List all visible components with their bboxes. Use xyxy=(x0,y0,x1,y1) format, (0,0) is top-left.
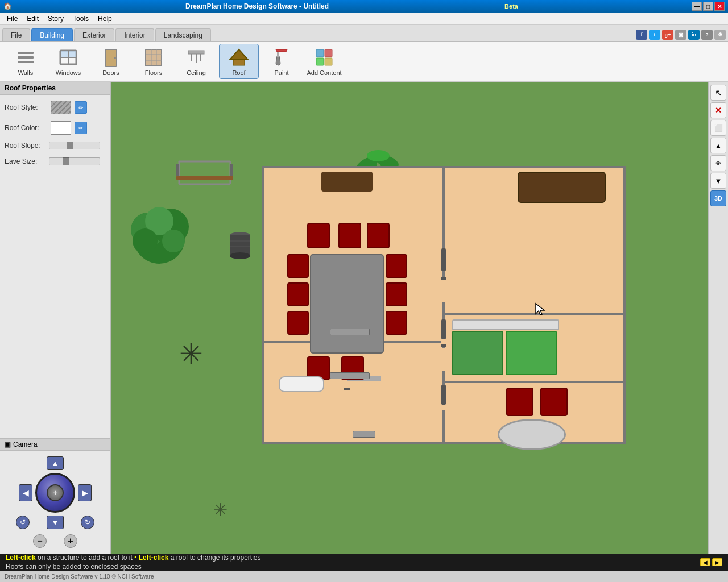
social-twitter[interactable]: t xyxy=(649,30,660,40)
tab-building[interactable]: Building xyxy=(31,28,73,41)
slope-slider[interactable] xyxy=(49,142,100,149)
minimize-button[interactable]: — xyxy=(692,2,702,11)
maximize-button[interactable]: □ xyxy=(703,2,713,11)
menu-help[interactable]: Help xyxy=(93,14,117,24)
tabbar: File Building Exterior Interior Landscap… xyxy=(0,25,728,42)
toolbar: Walls Windows Doors xyxy=(0,42,728,82)
svg-rect-7 xyxy=(69,51,76,57)
outdoor-star-decor: ✳ xyxy=(179,338,203,371)
coffee-table xyxy=(498,419,566,450)
footer-text: DreamPlan Home Design Software v 1.10 © … xyxy=(5,573,154,580)
tool-doors[interactable]: Doors xyxy=(91,44,131,79)
chair-top-1 xyxy=(307,223,330,248)
house-floorplan[interactable] xyxy=(262,166,626,444)
rt-view-button[interactable]: 👁 xyxy=(710,155,726,171)
social-icons: f t g+ ▣ in ? ⚙ xyxy=(636,30,726,41)
camera-wheel[interactable]: ✛ xyxy=(35,473,75,513)
status-nav-buttons: ◀ ▶ xyxy=(700,558,722,566)
rt-close-button[interactable]: ✕ xyxy=(710,102,726,118)
chair-left-1 xyxy=(287,254,309,278)
ceiling-icon xyxy=(186,47,206,68)
titlebar-controls: — □ ✕ xyxy=(692,2,725,11)
menubar: File Edit Story Tools Help xyxy=(0,13,728,25)
nav-prev-button[interactable]: ◀ xyxy=(700,558,710,566)
camera-collapse-icon[interactable]: ▣ xyxy=(5,440,11,448)
camera-down-button[interactable]: ▼ xyxy=(47,516,64,529)
svg-rect-21 xyxy=(277,52,279,57)
camera-left-button[interactable]: ◀ xyxy=(19,484,32,501)
camera-up-button[interactable]: ▲ xyxy=(47,456,64,470)
nav-next-button[interactable]: ▶ xyxy=(712,558,722,566)
tool-walls[interactable]: Walls xyxy=(6,44,46,79)
chair-top-2 xyxy=(338,223,361,248)
tab-interior[interactable]: Interior xyxy=(115,28,154,41)
canvas-area[interactable]: ✳ xyxy=(111,82,708,554)
roof-color-edit-button[interactable]: ✏ xyxy=(75,122,87,134)
left-panel: Roof Properties Roof Style: ✏ Roof Color… xyxy=(0,82,111,554)
footer: DreamPlan Home Design Software v 1.10 © … xyxy=(0,571,728,582)
status-text-2: a roof to change its properties xyxy=(171,554,261,562)
tool-roof[interactable]: Roof xyxy=(219,44,259,79)
roof-color-swatch[interactable] xyxy=(51,121,71,135)
rt-copy-button[interactable]: ⬜ xyxy=(710,120,726,136)
door-right-middle xyxy=(441,319,446,339)
status-highlight-1: Left-click xyxy=(6,554,36,562)
tab-file[interactable]: File xyxy=(2,28,30,41)
rt-up-button[interactable]: ▲ xyxy=(710,138,726,153)
ceiling-label: Ceiling xyxy=(187,69,206,76)
camera-center: ✛ xyxy=(47,484,64,501)
roof-style-edit-button[interactable]: ✏ xyxy=(75,101,87,114)
chair-right-3 xyxy=(386,311,407,335)
social-help[interactable]: ? xyxy=(701,30,713,40)
zoom-in-button[interactable]: + xyxy=(64,534,77,548)
rt-3d-button[interactable]: 3D xyxy=(710,190,726,206)
close-button[interactable]: ✕ xyxy=(714,2,725,11)
tool-add-content[interactable]: Add Content xyxy=(304,44,344,79)
tab-exterior[interactable]: Exterior xyxy=(74,28,114,41)
tool-paint[interactable]: Paint xyxy=(262,44,301,79)
panel-header: Roof Properties xyxy=(0,82,110,95)
chair-left-3 xyxy=(287,311,309,335)
rt-down-button[interactable]: ▼ xyxy=(710,173,726,189)
social-facebook[interactable]: f xyxy=(636,30,647,40)
menu-file[interactable]: File xyxy=(2,14,22,24)
tool-windows[interactable]: Windows xyxy=(48,44,88,79)
status-highlight-2: Left-click xyxy=(139,554,169,562)
menu-tools[interactable]: Tools xyxy=(68,14,93,24)
roof-color-label: Roof Color: xyxy=(5,124,47,132)
social-share1[interactable]: ▣ xyxy=(675,30,686,40)
social-linkedin[interactable]: in xyxy=(688,30,700,40)
camera-panel: ▣ Camera ▲ ◀ ✛ xyxy=(0,438,110,554)
camera-rotate-right-button[interactable]: ↻ xyxy=(81,516,94,529)
bed-green xyxy=(452,319,559,376)
status-text-3: Roofs can only be added to enclosed spac… xyxy=(6,563,142,571)
app-icon: 🏠 xyxy=(3,2,12,10)
walls-icon xyxy=(15,47,36,68)
svg-rect-6 xyxy=(61,51,68,57)
roof-style-swatch[interactable] xyxy=(51,101,71,114)
social-google[interactable]: g+ xyxy=(662,30,673,40)
svg-rect-65 xyxy=(441,277,446,280)
tab-landscaping[interactable]: Landscaping xyxy=(155,28,211,41)
tool-floors[interactable]: Floors xyxy=(134,44,173,79)
tool-ceiling[interactable]: Ceiling xyxy=(176,44,216,79)
rt-cursor-button[interactable]: ↖ xyxy=(710,85,726,101)
door-left-bottom xyxy=(344,388,350,390)
bed-mattress-right xyxy=(506,331,557,375)
social-settings[interactable]: ⚙ xyxy=(714,30,726,40)
windows-icon xyxy=(58,47,78,68)
walls-label: Walls xyxy=(18,69,33,76)
status-hint-2: Roofs can only be added to enclosed spac… xyxy=(6,563,696,571)
chair-right-1 xyxy=(386,254,407,278)
cursor-pointer xyxy=(535,302,546,317)
window-dining-2 xyxy=(330,372,370,379)
roof-style-label: Roof Style: xyxy=(5,103,47,111)
zoom-out-button[interactable]: − xyxy=(33,534,47,548)
outdoor-bush-left xyxy=(128,201,196,271)
door-right-upper xyxy=(441,248,446,271)
eave-slider[interactable] xyxy=(49,157,100,165)
menu-story[interactable]: Story xyxy=(43,14,68,24)
camera-right-button[interactable]: ▶ xyxy=(78,484,92,501)
menu-edit[interactable]: Edit xyxy=(22,14,43,24)
camera-rotate-left-button[interactable]: ↺ xyxy=(16,516,30,529)
